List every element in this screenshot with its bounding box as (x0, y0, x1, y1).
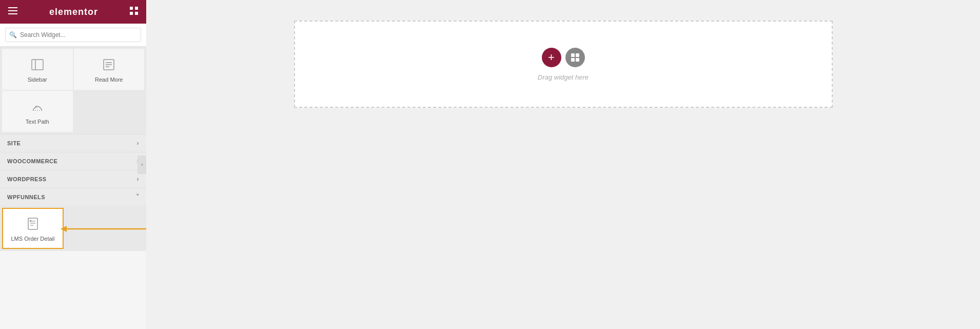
text-path-icon: A (31, 100, 44, 115)
section-woocommerce-label: WOOCOMMERCE (7, 158, 57, 164)
svg-rect-19 (30, 220, 31, 222)
sidebar-icon (31, 58, 44, 73)
svg-rect-6 (135, 12, 138, 15)
add-widget-button[interactable]: + (542, 48, 561, 67)
svg-rect-5 (130, 12, 133, 15)
sidebar: elementor 🔍 Sidebar (0, 0, 146, 329)
svg-rect-1 (8, 10, 17, 11)
sidebar-header: elementor (0, 0, 146, 24)
widget-label-read-more: Read More (95, 76, 123, 83)
drop-zone-buttons: + (542, 48, 585, 67)
svg-rect-7 (32, 60, 43, 70)
chevron-down-icon: ˅ (136, 193, 140, 201)
widget-label-sidebar: Sidebar (28, 76, 47, 83)
widget-grid: Sidebar Read More A (0, 47, 146, 134)
widget-item-lms-order-detail[interactable]: LMS Order Detail (2, 208, 64, 249)
widget-label-text-path: Text Path (26, 119, 49, 125)
svg-rect-22 (571, 53, 575, 57)
svg-rect-25 (576, 58, 579, 62)
svg-rect-24 (571, 58, 575, 62)
widget-item-sidebar[interactable]: Sidebar (2, 49, 73, 90)
layout-button[interactable] (565, 48, 585, 67)
app-logo: elementor (49, 7, 98, 17)
main-canvas: + Drag widget here (146, 0, 980, 329)
svg-rect-4 (135, 7, 138, 10)
lms-order-detail-icon (26, 217, 40, 233)
section-wpfunnels[interactable]: WPFUNNELS ˅ (0, 188, 146, 206)
svg-rect-15 (28, 218, 37, 229)
svg-rect-0 (8, 7, 17, 8)
grid-icon[interactable] (130, 7, 138, 17)
chevron-right-icon-3: › (137, 176, 140, 183)
section-site[interactable]: SITE › (0, 134, 146, 152)
svg-rect-23 (576, 53, 579, 57)
widget-item-read-more[interactable]: Read More (74, 49, 145, 90)
drag-hint: Drag widget here (538, 73, 589, 81)
search-bar: 🔍 (0, 24, 146, 47)
svg-text:A: A (35, 105, 37, 109)
section-wpfunnels-label: WPFUNNELS (7, 194, 45, 200)
widget-label-lms: LMS Order Detail (11, 236, 55, 242)
section-wordpress-label: WORDPRESS (7, 176, 47, 182)
svg-rect-2 (8, 13, 17, 14)
search-input[interactable] (5, 28, 141, 42)
read-more-icon (102, 58, 115, 73)
svg-rect-3 (130, 7, 133, 10)
hamburger-icon[interactable] (8, 7, 17, 16)
widget-item-text-path[interactable]: A Text Path (2, 91, 73, 132)
section-wordpress[interactable]: WORDPRESS › (0, 170, 146, 188)
chevron-right-icon: › (137, 140, 140, 147)
sidebar-collapse-toggle[interactable]: ‹ (138, 156, 146, 174)
arrow-annotation (61, 221, 146, 237)
section-woocommerce[interactable]: WOOCOMMERCE › (0, 152, 146, 170)
drop-zone: + Drag widget here (294, 21, 833, 108)
search-icon: 🔍 (9, 31, 17, 38)
section-site-label: SITE (7, 140, 21, 146)
